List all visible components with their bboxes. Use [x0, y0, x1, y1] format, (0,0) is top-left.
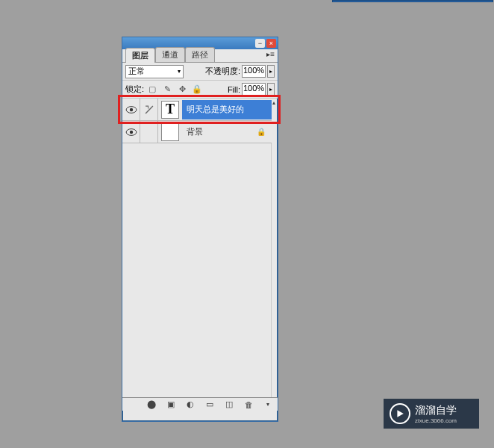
layers-empty-area	[122, 143, 272, 397]
blend-mode-select[interactable]: 正常 ▾	[125, 65, 184, 78]
adjustment-icon[interactable]: ◐	[185, 399, 196, 410]
svg-point-3	[129, 130, 132, 133]
tab-paths[interactable]: 路径	[185, 47, 215, 62]
lock-pixels-icon[interactable]: ✎	[162, 84, 172, 95]
fx-icon[interactable]: ⬤	[146, 399, 157, 410]
play-icon	[390, 403, 410, 424]
text-layer-thumbnail: T	[161, 101, 179, 119]
dropdown-arrow-icon: ▾	[178, 68, 181, 75]
blend-mode-value: 正常	[128, 66, 145, 77]
partial-border	[332, 0, 493, 2]
opacity-input[interactable]: 100%	[242, 65, 266, 78]
panel-footer: ⬤ ▣ ◐ ▭ ◫ 🗑 ▾	[122, 397, 278, 411]
opacity-label: 不透明度:	[205, 66, 240, 77]
scroll-up-arrow[interactable]: ▴	[271, 99, 277, 106]
minimize-button[interactable]: −	[255, 39, 265, 48]
trash-icon[interactable]: 🗑	[243, 399, 254, 410]
new-layer-icon[interactable]: ◫	[224, 399, 234, 410]
svg-point-1	[129, 108, 132, 111]
blend-opacity-row: 正常 ▾ 不透明度: 100% ▸	[122, 63, 278, 81]
close-button[interactable]: ×	[266, 39, 276, 48]
panel-tabs: 图层 通道 路径 ▸≡	[122, 49, 278, 63]
footer-menu-icon[interactable]: ▾	[263, 399, 273, 410]
lock-fill-row: 锁定: ▢ ✎ ✥ 🔒 Fill: 100% ▸	[122, 81, 278, 99]
lock-all-icon[interactable]: 🔒	[192, 84, 202, 95]
lock-label: 锁定:	[125, 84, 144, 95]
layer-name-text[interactable]: 明天总是美好的	[182, 100, 272, 119]
layers-list: ▴ T 明天总是美好的 背景 🔒	[122, 99, 278, 397]
fill-slider-toggle[interactable]: ▸	[267, 83, 275, 96]
mask-icon[interactable]: ▣	[166, 399, 176, 410]
watermark-text: 溜溜自学	[415, 404, 457, 417]
layer-row-text[interactable]: T 明天总是美好的	[122, 99, 272, 121]
fill-label: Fill:	[228, 85, 240, 94]
lock-transparent-icon[interactable]: ▢	[147, 84, 157, 95]
folder-icon[interactable]: ▭	[204, 399, 215, 410]
visibility-toggle[interactable]	[122, 121, 140, 143]
fill-input[interactable]: 100%	[242, 83, 266, 96]
panel-menu-icon[interactable]: ▸≡	[266, 50, 275, 58]
watermark: 溜溜自学 zixue.3066.com	[384, 399, 479, 429]
tab-layers[interactable]: 图层	[125, 48, 155, 63]
bg-layer-thumbnail	[161, 123, 179, 141]
lock-icons-group: ▢ ✎ ✥ 🔒	[147, 84, 202, 95]
layer-row-background[interactable]: 背景 🔒	[122, 121, 272, 143]
lock-position-icon[interactable]: ✥	[177, 84, 187, 95]
link-column[interactable]	[140, 121, 158, 143]
layers-panel: − × 图层 通道 路径 ▸≡ 正常 ▾ 不透明度: 100% ▸ 锁定: ▢ …	[122, 37, 278, 422]
link-column[interactable]	[140, 99, 158, 120]
watermark-url: zixue.3066.com	[415, 417, 457, 424]
tab-channels[interactable]: 通道	[155, 47, 185, 62]
visibility-toggle[interactable]	[122, 99, 140, 120]
opacity-slider-toggle[interactable]: ▸	[267, 65, 275, 78]
layer-name-bg[interactable]: 背景	[182, 122, 257, 142]
lock-icon: 🔒	[257, 128, 267, 136]
